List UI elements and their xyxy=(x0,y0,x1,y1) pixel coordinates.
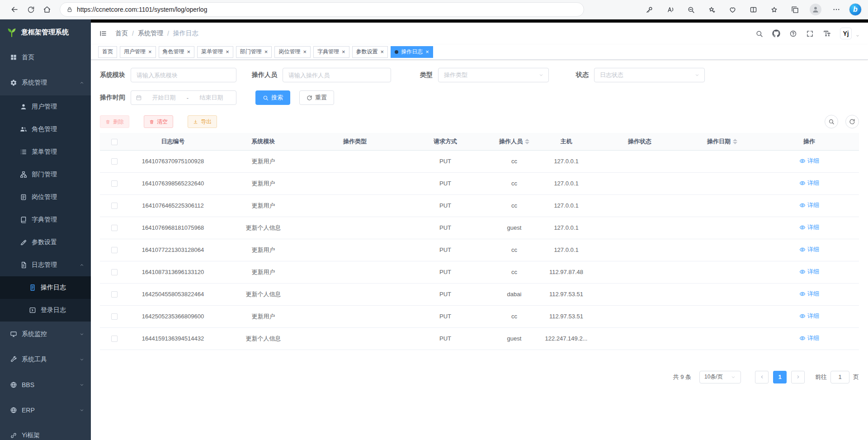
select-all-checkbox[interactable] xyxy=(111,139,118,145)
tab-dept-mgmt[interactable]: 部门管理× xyxy=(236,46,272,58)
browser-settings-button[interactable] xyxy=(828,2,844,17)
row-checkbox[interactable] xyxy=(111,269,118,275)
row-checkbox[interactable] xyxy=(111,158,118,165)
sidebar-item-param-settings[interactable]: 参数设置 xyxy=(0,231,91,254)
sort-caret[interactable] xyxy=(525,139,529,144)
detail-link[interactable]: 详细 xyxy=(799,223,819,232)
close-tab-icon[interactable]: × xyxy=(342,49,345,55)
header-search-button[interactable] xyxy=(755,30,763,38)
browser-essentials-button[interactable] xyxy=(724,2,741,17)
browser-split-screen-button[interactable] xyxy=(745,2,761,17)
browser-home-button[interactable] xyxy=(39,2,55,17)
reset-button[interactable]: 重置 xyxy=(299,90,334,105)
row-checkbox[interactable] xyxy=(111,291,118,298)
row-checkbox[interactable] xyxy=(111,225,118,231)
detail-link[interactable]: 详细 xyxy=(799,334,819,342)
sidebar-item-log-mgmt[interactable]: 日志管理 xyxy=(0,254,91,276)
sidebar-item-home[interactable]: 首页 xyxy=(0,45,91,70)
close-tab-icon[interactable]: × xyxy=(425,49,429,55)
sort-caret[interactable] xyxy=(733,139,737,144)
user-avatar[interactable]: Yj xyxy=(840,28,852,39)
tab-dict-mgmt[interactable]: 字典管理× xyxy=(313,46,349,58)
browser-favorite-button[interactable] xyxy=(703,2,720,17)
breadcrumb-item[interactable]: 系统管理 xyxy=(138,29,163,38)
column-header[interactable]: 操作人员 xyxy=(491,133,538,150)
sidebar-item-login-log[interactable]: 登录日志 xyxy=(0,299,91,322)
row-checkbox[interactable] xyxy=(111,203,118,209)
sidebar-item-system-mgmt[interactable]: 系统管理 xyxy=(0,70,91,95)
sidebar-item-oper-log[interactable]: 操作日志 xyxy=(0,276,91,299)
tab-user-mgmt[interactable]: 用户管理× xyxy=(120,46,156,58)
sidebar-item-bbs[interactable]: BBS xyxy=(0,372,91,397)
detail-link[interactable]: 详细 xyxy=(799,179,819,187)
detail-link[interactable]: 详细 xyxy=(799,312,819,320)
prev-page-button[interactable] xyxy=(755,371,769,383)
sidebar-item-role-mgmt[interactable]: 角色管理 xyxy=(0,118,91,141)
refresh-table-button[interactable] xyxy=(845,115,859,128)
column-header[interactable]: 操作日期 xyxy=(685,133,760,150)
row-checkbox[interactable] xyxy=(111,313,118,320)
close-tab-icon[interactable]: × xyxy=(148,49,152,55)
sidebar-item-post-mgmt[interactable]: 岗位管理 xyxy=(0,186,91,208)
module-input[interactable] xyxy=(131,68,236,82)
detail-link[interactable]: 详细 xyxy=(799,290,819,298)
detail-link[interactable]: 详细 xyxy=(799,157,819,165)
browser-password-button[interactable] xyxy=(641,2,657,17)
date-range-picker[interactable]: 开始日期 - 结束日期 xyxy=(131,90,236,105)
search-button[interactable]: 搜索 xyxy=(255,90,290,105)
sidebar-toggle-icon[interactable] xyxy=(99,29,107,38)
tab-param-settings[interactable]: 参数设置× xyxy=(352,46,388,58)
sidebar-item-erp[interactable]: ERP xyxy=(0,397,91,423)
delete-button[interactable]: 删除 xyxy=(100,115,129,128)
font-size-button[interactable] xyxy=(823,29,831,38)
sidebar-item-dict-mgmt[interactable]: 字典管理 xyxy=(0,208,91,231)
cell-operator: cc xyxy=(491,261,538,283)
row-checkbox[interactable] xyxy=(111,180,118,187)
browser-favorites-bar-button[interactable] xyxy=(766,2,782,17)
sidebar-item-system-tools[interactable]: 系统工具 xyxy=(0,347,91,372)
clear-button[interactable]: 清空 xyxy=(144,115,173,128)
fullscreen-button[interactable] xyxy=(806,30,814,38)
row-checkbox[interactable] xyxy=(111,247,118,253)
toggle-search-button[interactable] xyxy=(825,115,838,128)
sidebar-item-yi-framework[interactable]: Yi框架 xyxy=(0,423,91,440)
browser-read-aloud-button[interactable] xyxy=(662,2,678,17)
close-tab-icon[interactable]: × xyxy=(381,49,384,55)
next-page-button[interactable] xyxy=(791,371,805,383)
page-size-select[interactable]: 10条/页 xyxy=(699,371,741,383)
tab-role-mgmt[interactable]: 角色管理× xyxy=(159,46,195,58)
app-logo[interactable]: 意框架管理系统 xyxy=(0,19,91,45)
operator-input[interactable] xyxy=(283,68,391,82)
browser-refresh-button[interactable] xyxy=(23,2,39,17)
status-select[interactable]: 日志状态 xyxy=(594,68,705,82)
sidebar-item-dept-mgmt[interactable]: 部门管理 xyxy=(0,163,91,186)
sidebar-item-menu-mgmt[interactable]: 菜单管理 xyxy=(0,141,91,163)
browser-zoom-button[interactable] xyxy=(683,2,699,17)
close-tab-icon[interactable]: × xyxy=(187,49,191,55)
export-button[interactable]: 导出 xyxy=(188,115,217,128)
browser-url-bar[interactable]: https://ccnetcore.com:1101/system/log/op… xyxy=(60,2,584,17)
browser-collections-button[interactable] xyxy=(787,2,803,17)
row-checkbox[interactable] xyxy=(111,336,118,342)
breadcrumb-item[interactable]: 首页 xyxy=(115,29,128,38)
browser-back-button[interactable] xyxy=(6,2,23,17)
goto-page-input[interactable] xyxy=(830,371,849,383)
type-select[interactable]: 操作类型 xyxy=(438,68,549,82)
browser-copilot-button[interactable]: b xyxy=(849,3,862,16)
detail-link[interactable]: 详细 xyxy=(799,246,819,254)
page-1-button[interactable]: 1 xyxy=(773,371,787,383)
browser-profile-button[interactable] xyxy=(807,2,824,17)
help-button[interactable] xyxy=(789,30,797,38)
close-tab-icon[interactable]: × xyxy=(264,49,268,55)
detail-link[interactable]: 详细 xyxy=(799,201,819,209)
tab-home[interactable]: 首页 xyxy=(98,46,117,58)
close-tab-icon[interactable]: × xyxy=(226,49,229,55)
close-tab-icon[interactable]: × xyxy=(303,49,307,55)
tab-post-mgmt[interactable]: 岗位管理× xyxy=(274,46,311,58)
github-button[interactable] xyxy=(772,29,780,38)
detail-link[interactable]: 详细 xyxy=(799,268,819,276)
sidebar-item-user-mgmt[interactable]: 用户管理 xyxy=(0,95,91,118)
tab-menu-mgmt[interactable]: 菜单管理× xyxy=(197,46,233,58)
sidebar-item-system-monitor[interactable]: 系统监控 xyxy=(0,322,91,347)
tab-oper-log[interactable]: 操作日志× xyxy=(391,46,433,58)
